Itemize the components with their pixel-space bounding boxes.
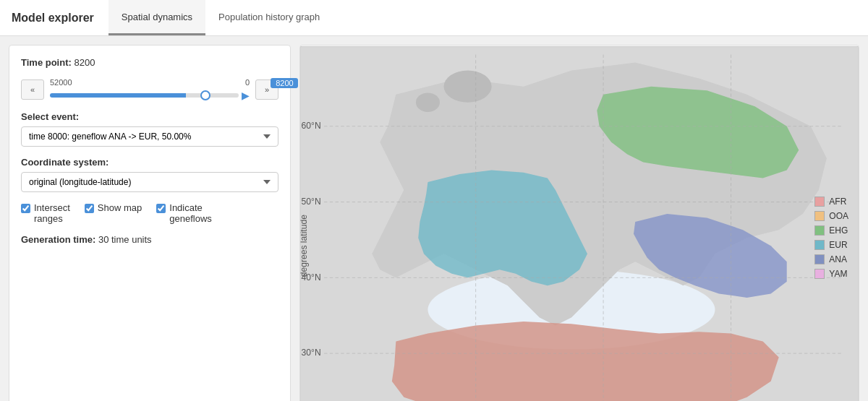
left-panel: Time point: 8200 « 52000 8200 0 ▶ » Sele…	[9, 45, 291, 401]
svg-point-2	[444, 71, 492, 103]
slider-row: « 52000 8200 0 ▶ »	[21, 78, 278, 101]
select-event-label: Select event:	[21, 111, 278, 122]
legend-item-afr: AFR	[814, 197, 848, 207]
legend-label-ooa: OOA	[829, 211, 848, 221]
svg-text:60°N: 60°N	[302, 121, 321, 131]
map-area: 60°N 50°N 40°N 30°N 20°N 0° 20°E 40°E de…	[299, 45, 859, 401]
time-point-value: 8200	[74, 57, 95, 68]
legend-label-afr: AFR	[829, 197, 846, 207]
tab-population[interactable]: Population history graph	[205, 0, 333, 35]
gen-time-row: Generation time: 30 time units	[21, 234, 278, 245]
legend-color-ana	[814, 254, 825, 264]
legend-color-ooa	[814, 211, 825, 221]
gen-time-value: 30 time units	[98, 234, 152, 245]
tab-spatial[interactable]: Spatial dynamics	[109, 0, 205, 35]
legend-item-ehg: EHG	[814, 225, 848, 236]
gen-time-label: Generation time:	[21, 234, 95, 245]
legend-color-ehg	[814, 225, 825, 236]
select-event-dropdown[interactable]: time 8000: geneflow ANA -> EUR, 50.00%	[21, 126, 278, 147]
slider-min-label: 52000	[50, 78, 72, 88]
show-map-label: Show map	[98, 202, 142, 213]
intersect-ranges-label: Intersectranges	[34, 202, 70, 224]
time-point-row: Time point: 8200	[21, 57, 278, 68]
indicate-geneflows-checkbox-item[interactable]: Indicategeneflows	[156, 202, 212, 224]
show-map-checkbox-item[interactable]: Show map	[85, 202, 142, 213]
legend-color-eur	[814, 240, 825, 250]
slider-labels: 52000 8200 0	[50, 78, 250, 88]
slider-current-value: 8200	[271, 78, 298, 88]
svg-text:30°N: 30°N	[302, 348, 321, 358]
intersect-ranges-checkbox[interactable]	[21, 204, 30, 213]
main-content: Time point: 8200 « 52000 8200 0 ▶ » Sele…	[0, 36, 868, 401]
show-map-checkbox[interactable]	[85, 204, 94, 213]
svg-point-3	[416, 92, 440, 111]
time-slider[interactable]	[50, 93, 239, 98]
legend-color-yam	[814, 269, 825, 279]
header: Model explorer Spatial dynamics Populati…	[0, 0, 868, 36]
legend-label-ana: ANA	[829, 254, 847, 264]
slider-arrow-icon: ▶	[242, 90, 250, 101]
map-svg: 60°N 50°N 40°N 30°N 20°N 0° 20°E 40°E de…	[300, 46, 859, 401]
legend: AFR OOA EHG EUR ANA YAM	[814, 197, 848, 279]
svg-text:50°N: 50°N	[302, 197, 321, 207]
legend-color-afr	[814, 197, 825, 207]
checkboxes-row: Intersectranges Show map Indicategeneflo…	[21, 202, 278, 224]
legend-item-ooa: OOA	[814, 211, 848, 221]
legend-label-yam: YAM	[829, 269, 847, 279]
app-title: Model explorer	[12, 0, 109, 35]
slider-track-wrap: ▶	[50, 90, 250, 101]
intersect-ranges-checkbox-item[interactable]: Intersectranges	[21, 202, 70, 224]
coord-system-label: Coordinate system:	[21, 157, 278, 168]
slider-container: 52000 8200 0 ▶	[50, 78, 250, 101]
coord-system-dropdown[interactable]: original (longitude-latitude)	[21, 172, 278, 192]
legend-item-yam: YAM	[814, 269, 848, 279]
legend-item-eur: EUR	[814, 240, 848, 250]
indicate-geneflows-label: Indicategeneflows	[169, 202, 212, 224]
legend-label-ehg: EHG	[829, 225, 848, 236]
legend-item-ana: ANA	[814, 254, 848, 264]
back-button[interactable]: «	[21, 79, 44, 100]
time-point-label: Time point:	[21, 57, 72, 68]
slider-max-label: 0	[245, 78, 250, 88]
svg-text:degrees latitude: degrees latitude	[300, 215, 309, 277]
indicate-geneflows-checkbox[interactable]	[156, 204, 166, 213]
legend-label-eur: EUR	[829, 240, 847, 250]
